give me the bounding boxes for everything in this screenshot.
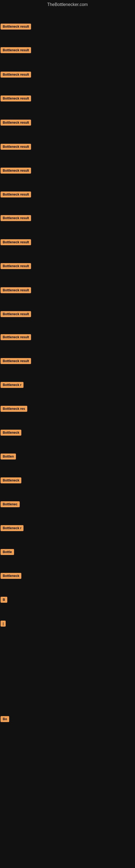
bottleneck-badge-6: Bottleneck result <box>1 167 31 174</box>
bottleneck-badge-8: Bottleneck result <box>1 215 31 221</box>
bottleneck-badge-5: Bottleneck result <box>1 144 31 150</box>
bottleneck-badge-22: Bottle <box>1 549 14 555</box>
bottleneck-badge-25: | <box>1 621 6 627</box>
bottleneck-badge-16: Bottleneck res <box>1 406 27 412</box>
bottleneck-badge-9: Bottleneck result <box>1 239 31 245</box>
bottleneck-badge-20: Bottlenec <box>1 501 20 507</box>
bottleneck-badge-17: Bottleneck <box>1 430 21 436</box>
bottleneck-badge-15: Bottleneck r <box>1 382 24 388</box>
badges-container: Bottleneck resultBottleneck resultBottle… <box>0 8 135 868</box>
bottleneck-badge-7: Bottleneck result <box>1 191 31 197</box>
bottleneck-badge-26: Bo <box>1 716 9 722</box>
site-header: TheBottlenecker.com <box>0 0 135 8</box>
bottleneck-badge-14: Bottleneck result <box>1 358 31 364</box>
bottleneck-badge-3: Bottleneck result <box>1 95 31 101</box>
bottleneck-badge-23: Bottleneck <box>1 573 21 579</box>
bottleneck-badge-1: Bottleneck result <box>1 47 31 53</box>
bottleneck-badge-18: Bottlen <box>1 454 16 460</box>
bottleneck-badge-13: Bottleneck result <box>1 334 31 340</box>
bottleneck-badge-11: Bottleneck result <box>1 287 31 293</box>
bottleneck-badge-4: Bottleneck result <box>1 120 31 126</box>
bottleneck-badge-0: Bottleneck result <box>1 24 31 30</box>
bottleneck-badge-12: Bottleneck result <box>1 311 31 317</box>
bottleneck-badge-21: Bottleneck r <box>1 525 24 531</box>
bottleneck-badge-10: Bottleneck result <box>1 263 31 269</box>
bottleneck-badge-19: Bottleneck <box>1 477 21 484</box>
bottleneck-badge-2: Bottleneck result <box>1 72 31 78</box>
site-title: TheBottlenecker.com <box>0 0 135 8</box>
bottleneck-badge-24: B <box>1 597 7 603</box>
